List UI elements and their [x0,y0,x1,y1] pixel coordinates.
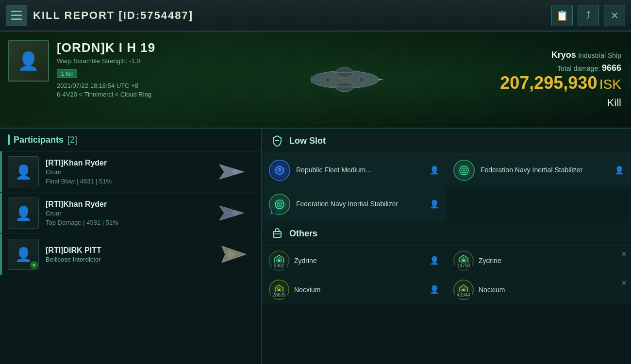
shield-icon [270,133,284,148]
quantity-label: 28635 [271,292,287,298]
star-badge: ★ [30,261,38,269]
total-damage-label: Total damage: 9666 [557,63,621,73]
participant-info: [RTI]Khan Ryder Cruor Top Damage | 4931 … [46,200,208,226]
ship-thumbnail [215,201,253,225]
close-icon[interactable]: ✕ [621,279,627,287]
pilot-icon: 👤 [430,199,439,209]
mineral-icon: 28635 [269,280,289,300]
svg-point-15 [463,169,465,171]
pilot-icon: 👤 [430,165,439,175]
pilot-icon: 👤 [430,256,439,265]
hero-section: 👤 [ORDN]K I H 19 Warp Scramble Strength:… [0,32,631,129]
clipboard-button[interactable]: 📋 [551,5,573,26]
table-row: 👤 [RTI]Khan Ryder Cruor Final Blow | 493… [0,151,261,193]
avatar: 👤 ★ [8,239,39,270]
row-accent [0,234,2,275]
svg-rect-4 [311,76,320,78]
hamburger-icon-line3 [11,18,22,20]
svg-point-18 [279,203,281,205]
svg-point-12 [278,169,281,172]
hamburger-icon-line1 [11,11,22,12]
accent-bar [8,134,10,145]
hero-ship-display [204,32,485,128]
avatar: 👤 [8,40,49,82]
module-icon [269,160,290,181]
hero-right: Kryos Industrial Ship Total damage: 9666… [485,32,631,128]
svg-point-8 [325,77,330,82]
pilot-name: [ORDN]K I H 19 [57,40,196,55]
close-icon[interactable]: ✕ [621,250,627,258]
table-row: 👤 ★ [RTI]DIRK PITT Bellicose Interdictor [0,234,261,275]
participants-header: Participants [2] [0,129,261,151]
list-item: 1 Federation Navy Inertial Stabilizer 👤 [262,187,447,221]
svg-point-29 [278,288,281,291]
hero-left: 👤 [ORDN]K I H 19 Warp Scramble Strength:… [0,32,204,128]
module-icon [453,160,475,181]
svg-point-32 [463,288,465,291]
svg-point-23 [278,259,281,262]
list-item: 14790 Zydrine ✕ [447,246,631,275]
low-slot-grid: Republic Fleet Medium... 👤 Federation Na… [262,153,631,221]
list-item: 28635 Nocxium 👤 [262,275,447,304]
top-bar: KILL REPORT [ID:5754487] 📋 ⤴ ✕ [0,0,631,32]
pilot-info: [ORDN]K I H 19 Warp Scramble Strength: -… [57,40,196,98]
hamburger-icon-line2 [11,15,22,16]
low-slot-header: Low Slot [262,129,631,153]
mineral-icon: 14790 [453,250,474,271]
mineral-icon: 43344 [453,280,474,300]
participant-ship-icon [215,160,253,184]
module-icon: 1 [269,194,290,215]
top-bar-actions: 📋 ⤴ ✕ [551,5,625,26]
others-header: Others [262,221,631,246]
close-button[interactable]: ✕ [604,5,625,26]
isk-display: 207,295,930 ISK [500,73,621,93]
table-row: 👤 [RTI]Khan Ryder Cruor Top Damage | 493… [0,193,261,234]
equipment-panel: Low Slot Republic Fleet Medium... 👤 [262,129,631,364]
list-item: 9982 Zydrine 👤 [262,246,447,275]
ship-name: Kryos Industrial Ship [551,50,621,60]
pilot-icon: 👤 [614,165,624,175]
participant-info: [RTI]Khan Ryder Cruor Final Blow | 4931 … [46,159,208,185]
participant-info: [RTI]DIRK PITT Bellicose Interdictor [46,246,208,263]
avatar: 👤 [8,156,39,187]
hamburger-button[interactable] [6,5,27,26]
svg-point-9 [359,77,364,82]
list-item: 43344 Nocxium ✕ [447,275,631,304]
list-item-empty [447,187,631,221]
others-grid: 9982 Zydrine 👤 14790 Zydrine ✕ [262,246,631,304]
ship-thumbnail [215,242,253,266]
quantity-badge: 1 [269,209,275,215]
participants-panel: Participants [2] 👤 [RTI]Khan Ryder Cruor… [0,129,262,364]
quantity-label: 14790 [455,263,472,269]
svg-rect-19 [273,232,281,237]
page-title: KILL REPORT [ID:5754487] [33,9,551,22]
row-accent [0,151,2,192]
kill-date: 2021/07/22 18:18:54 UTC +8 [57,82,196,89]
row-accent [0,193,2,233]
pilot-icon: 👤 [430,285,439,294]
quantity-label: 9982 [272,263,286,269]
svg-point-26 [462,259,465,262]
kill-badge: 1 Kill [57,69,77,78]
list-item: Republic Fleet Medium... 👤 [262,153,447,187]
participant-ship-icon [215,201,253,225]
ship-thumbnail [215,160,253,184]
kill-location: 6-4V20 < Tinnimerci < Cloud Ring [57,91,196,98]
main-content: Participants [2] 👤 [RTI]Khan Ryder Cruor… [0,129,631,364]
cargo-icon [270,226,284,241]
warp-scramble-stat: Warp Scramble Strength: -1.0 [57,57,196,65]
svg-rect-5 [311,81,320,83]
kill-result: Kill [607,97,621,109]
avatar: 👤 [8,198,39,229]
quantity-label: 43344 [455,292,472,298]
ship-image [291,41,398,118]
mineral-icon: 9982 [269,250,289,271]
participant-ship-icon [215,242,253,266]
export-button[interactable]: ⤴ [578,5,599,26]
list-item: Federation Navy Inertial Stabilizer 👤 [447,153,631,187]
